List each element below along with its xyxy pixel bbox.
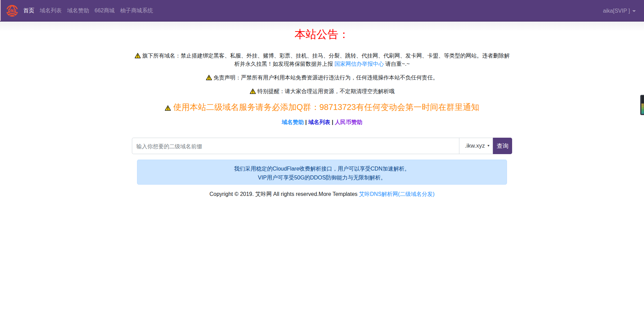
svg-text:DNS: DNS bbox=[8, 9, 16, 13]
